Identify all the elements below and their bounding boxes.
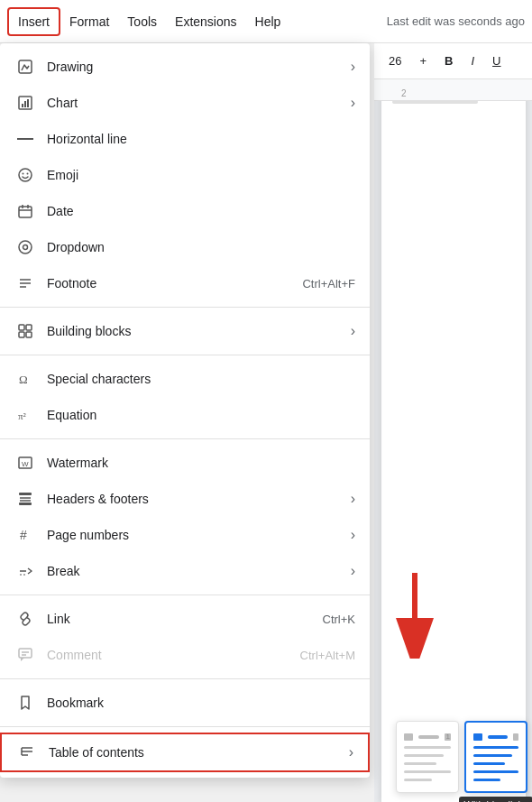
emoji-label: Emoji	[47, 168, 355, 182]
headers-footers-label: Headers & footers	[47, 492, 344, 506]
menu-item-format[interactable]: Format	[60, 9, 118, 34]
chart-icon	[14, 92, 36, 114]
horizontal-line-label: Horizontal line	[47, 132, 355, 146]
svg-rect-34	[19, 649, 32, 658]
svg-rect-29	[19, 502, 32, 505]
bookmark-icon	[14, 692, 36, 714]
font-size[interactable]: 26	[381, 51, 408, 71]
menu-item-horizontal-line[interactable]: Horizontal line	[0, 121, 370, 157]
toolbar: 26 + B I U	[374, 43, 532, 79]
dropdown-label: Dropdown	[47, 240, 355, 254]
chart-label: Chart	[47, 96, 344, 110]
menu-item-date[interactable]: Date	[0, 193, 370, 229]
menu-section-2: Building blocks ›	[0, 311, 370, 351]
menu-item-comment: Comment Ctrl+Alt+M	[0, 637, 370, 673]
svg-text:π²: π²	[18, 410, 27, 421]
footnote-icon	[14, 272, 36, 294]
special-characters-label: Special characters	[47, 372, 355, 386]
svg-point-13	[19, 241, 32, 254]
toc-arrow: ›	[349, 744, 353, 761]
svg-rect-3	[24, 101, 26, 107]
dropdown-icon	[14, 236, 36, 258]
menu-item-building-blocks[interactable]: Building blocks ›	[0, 313, 370, 349]
menu-item-break[interactable]: Break ›	[0, 553, 370, 589]
blue-card-content	[466, 726, 526, 788]
chart-arrow: ›	[351, 95, 355, 111]
toc-card-blue-links[interactable]: With blue links	[464, 721, 527, 793]
svg-rect-2	[22, 104, 23, 107]
footnote-label: Footnote	[47, 276, 302, 290]
menu-item-footnote[interactable]: Footnote Ctrl+Alt+F	[0, 265, 370, 301]
menu-item-chart[interactable]: Chart ›	[0, 85, 370, 121]
watermark-label: Watermark	[47, 456, 355, 470]
svg-rect-18	[19, 325, 24, 330]
menu-item-headers-footers[interactable]: Headers & footers ›	[0, 481, 370, 517]
underline-button[interactable]: U	[485, 51, 508, 71]
menu-section-1: Drawing › Chart › Horizontal line Emoji	[0, 47, 370, 303]
divider-6	[0, 726, 370, 727]
menu-item-link[interactable]: Link Ctrl+K	[0, 601, 370, 637]
date-icon	[14, 200, 36, 222]
menu-section-7: Table of contents ›	[0, 731, 370, 774]
svg-point-14	[23, 245, 28, 250]
menu-bar: Insert Format Tools Extensions Help Last…	[0, 0, 532, 43]
svg-point-8	[27, 173, 29, 175]
menu-item-drawing[interactable]: Drawing ›	[0, 49, 370, 85]
menu-item-table-of-contents[interactable]: Table of contents ›	[0, 733, 370, 772]
toc-icon	[16, 742, 38, 763]
italic-button[interactable]: I	[463, 51, 482, 71]
svg-text:Ω: Ω	[19, 373, 28, 386]
menu-item-help[interactable]: Help	[246, 9, 290, 34]
menu-item-watermark[interactable]: W Watermark	[0, 445, 370, 481]
svg-line-33	[23, 617, 27, 621]
document-page	[381, 61, 526, 802]
svg-rect-9	[19, 207, 32, 217]
break-icon	[14, 560, 36, 582]
page-numbers-arrow: ›	[351, 527, 355, 543]
menu-section-3: Ω Special characters π² Equation	[0, 359, 370, 435]
link-icon	[14, 608, 36, 630]
bold-button[interactable]: B	[437, 51, 460, 71]
menu-item-page-numbers[interactable]: # Page numbers ›	[0, 517, 370, 553]
plain-card-content: 1	[397, 726, 458, 788]
watermark-icon: W	[14, 452, 36, 474]
emoji-icon	[14, 164, 36, 186]
hline-icon	[14, 128, 36, 150]
drawing-label: Drawing	[47, 60, 344, 74]
menu-item-extensions[interactable]: Extensions	[166, 9, 245, 34]
divider-5	[0, 678, 370, 679]
svg-rect-21	[26, 332, 32, 337]
menu-section-5: Link Ctrl+K Comment Ctrl+Alt+M	[0, 599, 370, 675]
headers-footers-icon	[14, 488, 36, 510]
font-size-plus[interactable]: +	[412, 51, 434, 71]
menu-item-emoji[interactable]: Emoji	[0, 157, 370, 193]
toc-card-plain[interactable]: 1	[396, 721, 459, 793]
svg-text:#: #	[20, 528, 27, 542]
building-blocks-arrow: ›	[351, 323, 355, 339]
equation-label: Equation	[47, 408, 355, 422]
drawing-icon	[14, 56, 36, 78]
menu-item-insert[interactable]: Insert	[7, 7, 60, 36]
insert-dropdown-menu: Drawing › Chart › Horizontal line Emoji	[0, 43, 370, 778]
break-label: Break	[47, 564, 344, 578]
svg-rect-26	[19, 493, 32, 495]
document-area	[374, 43, 532, 802]
break-arrow: ›	[351, 563, 355, 579]
page-numbers-label: Page numbers	[47, 528, 344, 542]
menu-item-equation[interactable]: π² Equation	[0, 397, 370, 433]
toc-label: Table of contents	[49, 745, 342, 760]
menu-section-4: W Watermark Headers & footers › # Page n…	[0, 443, 370, 591]
date-label: Date	[47, 204, 355, 218]
menu-item-bookmark[interactable]: Bookmark	[0, 685, 370, 721]
headers-footers-arrow: ›	[351, 491, 355, 507]
svg-text:W: W	[22, 460, 29, 468]
menu-item-special-characters[interactable]: Ω Special characters	[0, 361, 370, 397]
menu-item-tools[interactable]: Tools	[118, 9, 166, 34]
link-label: Link	[47, 612, 323, 626]
menu-item-dropdown[interactable]: Dropdown	[0, 229, 370, 265]
blue-links-tooltip: With blue links	[459, 797, 532, 802]
divider-4	[0, 595, 370, 595]
svg-point-6	[19, 169, 32, 181]
menu-section-6: Bookmark	[0, 683, 370, 723]
svg-rect-20	[19, 332, 24, 337]
